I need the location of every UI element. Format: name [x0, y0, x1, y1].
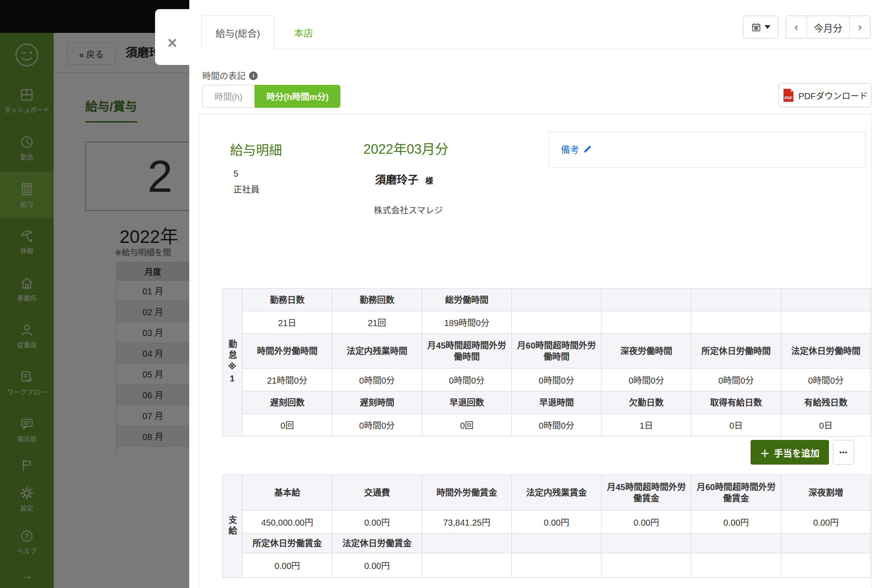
attendance-value-cell: 21時間0分 — [243, 368, 332, 391]
info-icon[interactable] — [249, 71, 258, 80]
attendance-value-cell: 189時間0分 — [422, 311, 511, 334]
more-options-icon[interactable] — [833, 440, 854, 465]
next-month-button[interactable]: › — [850, 16, 870, 38]
attendance-value-cell: 0時間0分 — [511, 414, 601, 436]
time-notation-toggle: 時間(h) 時分(h時間m分) — [202, 85, 340, 108]
current-month-button[interactable]: 今月分 — [806, 16, 850, 38]
attendance-value-cell — [691, 311, 781, 334]
attendance-header-cell — [511, 289, 601, 311]
payment-header-cell: 基本給 — [243, 475, 332, 510]
attendance-header-cell: 取得有給日数 — [691, 391, 781, 414]
calendar-picker-button[interactable] — [743, 16, 778, 39]
attendance-value-cell: 0時間0分 — [511, 368, 601, 391]
attendance-header-cell: 早退時間 — [511, 391, 601, 414]
toggle-hours-minutes[interactable]: 時分(h時間m分) — [255, 85, 340, 108]
attendance-group-label: 勤怠※1 — [223, 289, 243, 436]
pencil-icon — [583, 145, 592, 154]
payslip-period: 2022年03月分 — [363, 138, 448, 158]
attendance-header-cell: 月60時間超時間外労働時間 — [511, 334, 601, 368]
attendance-header-cell — [602, 289, 691, 311]
attendance-value-cell: 0日 — [781, 414, 871, 436]
payment-value-cell: 0.00円 — [691, 510, 781, 533]
attendance-value-cell — [781, 311, 871, 334]
tab-payroll-total[interactable]: 給与(総合) — [201, 15, 274, 49]
payment-header-cell: 月60時間超時間外労働賃金 — [691, 475, 781, 510]
payment-table: 支給 基本給 交通費 時間外労働賃金 法定内残業賃金 月45時間超時間外労働賃金… — [222, 475, 871, 578]
time-notation-label: 時間の表記 — [202, 69, 258, 82]
payment-value-cell — [422, 553, 511, 578]
payment-value-cell: 0.00円 — [511, 510, 601, 533]
attendance-value-cell: 0時間0分 — [781, 368, 871, 391]
employee-name: 須磨玲子様 — [375, 171, 433, 187]
payment-value-cell: 73,841.25円 — [422, 510, 511, 533]
payment-header-cell: 法定休日労働賃金 — [332, 533, 422, 553]
attendance-header-cell: 勤務日数 — [243, 289, 332, 311]
svg-text:PDF: PDF — [784, 96, 793, 100]
payment-value-cell — [511, 553, 601, 578]
attendance-header-cell: 深夜労働時間 — [602, 334, 691, 368]
payslip-sheet: 給与明細 2022年03月分 5 正社員 須磨玲子様 株式会社スマレジ 備考 — [198, 114, 871, 588]
payment-group-label: 支給 — [223, 475, 243, 578]
payment-header-cell: 法定内残業賃金 — [511, 475, 601, 510]
add-allowance-button[interactable]: 手当を追加 — [751, 440, 829, 465]
attendance-value-cell: 0時間0分 — [691, 368, 781, 391]
payment-header-cell: 時間外労働賃金 — [422, 475, 511, 510]
payment-header-cell — [511, 533, 601, 553]
attendance-value-cell: 0時間0分 — [332, 414, 422, 436]
company-name: 株式会社スマレジ — [374, 204, 443, 216]
plus-icon — [760, 446, 770, 459]
payment-value-cell — [691, 553, 781, 578]
payment-header-cell: 月45時間超時間外労働賃金 — [602, 475, 691, 510]
attendance-header-cell: 有給残日数 — [781, 391, 871, 414]
screen: ダッシュボード 勤怠 給与 休暇 事業所 — [0, 0, 887, 588]
remarks-edit-link[interactable]: 備考 — [561, 142, 592, 155]
attendance-header-cell: 勤務回数 — [332, 289, 422, 311]
attendance-header-cell: 月45時間超時間外労働時間 — [422, 334, 511, 368]
attendance-value-cell: 0時間0分 — [602, 368, 691, 391]
date-navigation: ‹ 今月分 › — [743, 16, 871, 39]
attendance-header-cell: 法定休日労働時間 — [781, 334, 871, 368]
payment-value-cell: 0.00円 — [781, 510, 871, 533]
payment-value-cell: 0.00円 — [243, 553, 332, 578]
close-icon[interactable]: × — [155, 9, 189, 65]
attendance-value-cell: 0回 — [422, 414, 511, 436]
attendance-table: 勤怠※1 勤務日数 勤務回数 総労働時間 21日 21回 189時間0分 — [222, 288, 871, 436]
payment-header-cell — [422, 533, 511, 553]
payment-value-cell: 0.00円 — [602, 510, 691, 533]
payment-header-cell: 交通費 — [332, 475, 422, 510]
payment-header-cell: 深夜割増 — [781, 475, 871, 510]
attendance-header-cell: 総労働時間 — [422, 289, 511, 311]
allowance-actions: 手当を追加 — [751, 440, 854, 465]
remarks-box: 備考 — [548, 132, 866, 168]
payment-header-cell — [691, 533, 781, 553]
attendance-header-cell — [781, 289, 871, 311]
employee-number: 5 — [233, 169, 238, 179]
honorific: 様 — [425, 177, 433, 185]
chevron-down-icon — [764, 25, 770, 29]
attendance-value-cell: 1日 — [602, 414, 691, 436]
attendance-header-cell — [691, 289, 781, 311]
tab-store[interactable]: 本店 — [274, 15, 333, 49]
attendance-value-cell — [602, 311, 691, 334]
attendance-header-cell: 所定休日労働時間 — [691, 334, 781, 368]
attendance-header-cell: 早退回数 — [422, 391, 511, 414]
payment-value-cell — [602, 553, 691, 578]
payslip-title: 給与明細 — [230, 139, 282, 158]
attendance-value-cell: 0時間0分 — [332, 368, 422, 391]
payment-value-cell — [781, 553, 871, 578]
prev-month-button[interactable]: ‹ — [786, 16, 806, 38]
payment-value-cell: 0.00円 — [332, 510, 422, 533]
payment-header-cell — [781, 533, 871, 553]
attendance-header-cell: 遅刻回数 — [243, 391, 332, 414]
attendance-value-cell: 21日 — [243, 311, 332, 334]
payment-value-cell: 0.00円 — [332, 553, 422, 578]
pdf-download-button[interactable]: PDF PDFダウンロード — [779, 83, 871, 107]
attendance-value-cell: 0日 — [691, 414, 781, 436]
attendance-value-cell: 21回 — [332, 311, 422, 334]
attendance-value-cell — [511, 311, 601, 334]
payment-header-cell: 所定休日労働賃金 — [243, 533, 332, 553]
attendance-header-cell: 法定内残業時間 — [332, 334, 422, 368]
toggle-hours[interactable]: 時間(h) — [202, 85, 255, 108]
payslip-modal: × 給与(総合) 本店 ‹ 今月分 › 時間の表記 — [189, 0, 887, 588]
attendance-value-cell: 0回 — [243, 414, 332, 436]
